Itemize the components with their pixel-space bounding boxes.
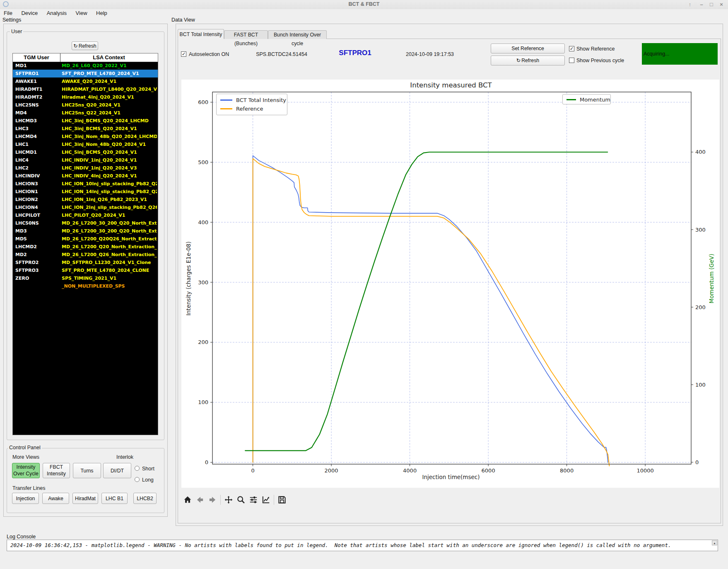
lhcb2-button[interactable]: LHCB2 (133, 493, 157, 504)
tick-label: 500 (198, 159, 208, 165)
intensity-over-cycle-button[interactable]: Intensity Over Cycle (12, 463, 40, 478)
table-row[interactable]: LHCMD1LHC_5inj_BCMS_Q20_2024_V1 (13, 148, 158, 156)
interlok-short-radio[interactable] (135, 466, 140, 471)
back-icon[interactable] (194, 494, 206, 506)
table-row[interactable]: LHC2LHC_INDIV_1inj_Q20_2024_V3 (13, 164, 158, 172)
reference-line (253, 159, 610, 466)
zoom-icon[interactable] (235, 494, 247, 506)
refresh-icon: ↻ (73, 43, 77, 49)
lsa-context-cell: _NON_MULTIPLEXED_SPS (62, 282, 157, 290)
table-row[interactable]: MD2MD_26_L7200_Q26_North_Extraction_2024… (13, 251, 158, 259)
lsa-context-cell: LHC_ION_10Inj_slip_stacking_Pb82_Q26_2..… (62, 180, 157, 188)
didt-button[interactable]: DI/DT (103, 463, 131, 478)
tick-label: 100 (695, 382, 706, 388)
table-row[interactable]: LHC25NSLHC25ns_Q20_2024_V1 (13, 101, 158, 109)
application-window: BCT & FBCT ↑ – □ × File Device Analysis … (0, 0, 728, 569)
table-row[interactable]: MD4LHC25ns_Q22_2024_V1 (13, 109, 158, 117)
save-icon[interactable] (276, 494, 288, 506)
tgm-user-cell: HIRADMT2 (15, 93, 59, 101)
set-reference-button[interactable]: Set Reference (491, 44, 565, 53)
lhc-b1-button[interactable]: LHC B1 (101, 493, 128, 504)
toolbar-separator (220, 495, 221, 505)
table-row[interactable]: LHC1LHC_3inj_Nom_48b_Q20_2024_V1 (13, 140, 158, 148)
table-row[interactable]: LHCMD2MD_26_L7200_Q20_North_Extraction_2… (13, 243, 158, 251)
legend-label-reference: Reference (236, 106, 263, 112)
tick-label: 300 (198, 279, 208, 286)
interlok-short-label: Short (142, 466, 154, 472)
table-row[interactable]: LHCION1LHC_ION_14Inj_slip_stacking_Pb82_… (13, 188, 158, 196)
fbct-intensity-button[interactable]: FBCT Intensity (43, 463, 70, 478)
minimize-icon[interactable]: – (697, 0, 706, 9)
bct-total-intensity-line (253, 156, 608, 462)
tgm-user-cell: LHC1 (15, 140, 59, 148)
tgm-user-cell (15, 282, 59, 290)
dataview-refresh-button[interactable]: ↻Refresh (491, 56, 565, 65)
table-row[interactable]: LHCINDIVLHC_INDIV_4Inj_Q20_2024_V1 (13, 172, 158, 180)
bct-line-swatch (220, 99, 232, 101)
table-row[interactable]: LHCMD3LHC_3inj_BCMS_Q20_2024_LHCMD (13, 117, 158, 125)
table-row[interactable]: LHC4LHC_INDIV_1inj_Q20_2024_V1 (13, 156, 158, 164)
turns-button[interactable]: Turns (73, 463, 101, 478)
home-icon[interactable] (181, 494, 194, 506)
tab-bunch-intensity-over-cycle[interactable]: Bunch Intensity Over cycle (268, 30, 327, 39)
tick-label: 400 (695, 149, 706, 155)
hiradmat-button[interactable]: HiradMat (72, 493, 98, 504)
table-row[interactable]: LHCPILOTLHC_PILOT_Q20_2024_V1 (13, 211, 158, 219)
awake-button[interactable]: Awake (42, 493, 69, 504)
table-row[interactable]: LHCION2LHC_ION_1Inj_Q26_Pb82_2023_V1 (13, 196, 158, 203)
table-row[interactable]: LHC3LHC_3inj_BCMS_Q20_2024_V1 (13, 125, 158, 133)
configure-subplots-icon[interactable] (247, 494, 260, 506)
close-icon[interactable]: × (716, 0, 726, 9)
table-row[interactable]: MD1MD_26_L60_Q20_2022_V1 (13, 62, 158, 70)
table-row[interactable]: LHCMD4LHC_3inj_Nom_48b_Q20_2024_LHCMD (13, 133, 158, 140)
menu-analysis[interactable]: Analysis (43, 9, 70, 16)
lsa-context-cell: LHC_ION_14Inj_slip_stacking_Pb82_Q26_2..… (62, 188, 157, 196)
show-reference-label: Show Reference (576, 46, 615, 52)
y-axis-label-left: Intensity (charges E1e-08) (185, 225, 192, 332)
table-row[interactable]: LHCION3LHC_ION_10Inj_slip_stacking_Pb82_… (13, 180, 158, 188)
injection-button[interactable]: Injection (12, 493, 39, 504)
menu-bar: File Device Analysis View Help (0, 9, 728, 17)
tgm-user-table[interactable]: TGM User LSA Context MD1MD_26_L60_Q20_20… (12, 53, 158, 435)
table-row[interactable]: LHC50NSMD_26_L7200_30_200_Q20_North_Extr… (13, 219, 158, 227)
show-previous-checkbox[interactable] (569, 58, 574, 63)
table-row[interactable]: _NON_MULTIPLEXED_SPS (13, 282, 158, 290)
table-row[interactable]: AWAKE1AWAKE_Q20_2024_V1 (13, 77, 158, 85)
dataview-dock-title: Data View (171, 17, 195, 23)
legend-label-bct: BCT Total Intensity (236, 97, 286, 103)
interlok-long-radio[interactable] (135, 477, 140, 482)
table-row[interactable]: SFTPRO3SFT_PRO_MTE_L4780_2024_CLONE (13, 266, 158, 274)
scroll-up-icon[interactable]: ▲ (712, 540, 717, 545)
pan-icon[interactable] (222, 494, 235, 506)
show-reference-checkbox[interactable]: ✓ (569, 46, 574, 51)
user-refresh-button[interactable]: ↻Refresh (72, 41, 98, 50)
table-row[interactable]: ZEROSPS_TIMING_2021_V1 (13, 274, 158, 282)
interlok-long-label: Long (142, 477, 154, 483)
table-row[interactable]: HIRADMT1HIRADMAT_PILOT_L8400_Q20_2024_V1 (13, 85, 158, 93)
edit-axis-icon[interactable] (260, 494, 272, 506)
forward-icon[interactable] (206, 494, 219, 506)
lsa-context-cell: LHC_INDIV_4Inj_Q20_2024_V1 (62, 172, 157, 180)
table-row[interactable]: HIRADMT2Hiradmat_4Inj_Q20_2024_V1 (13, 93, 158, 101)
table-row[interactable]: SFTPRO2MD_SFTPRO_L1230_2024_V1_Clone (13, 259, 158, 266)
log-console[interactable]: 2024-10-09 16:36:42,153 - matplotlib.leg… (7, 540, 718, 551)
tab-fast-bct-bunches[interactable]: FAST BCT (Bunches) (224, 30, 268, 39)
lsa-context-cell: SPS_TIMING_2021_V1 (62, 274, 157, 282)
menu-view[interactable]: View (72, 9, 91, 16)
keep-above-icon[interactable]: ↑ (685, 0, 695, 9)
autoselection-checkbox[interactable]: ✓ (181, 51, 186, 57)
menu-file[interactable]: File (0, 9, 16, 16)
tab-bct-total-intensity[interactable]: BCT Total Intensity (178, 29, 224, 39)
table-row[interactable]: MD3MD_26_L7200_30_200_Q20_North_Extracti… (13, 227, 158, 235)
reference-line-swatch (220, 108, 232, 109)
table-row[interactable]: SFTPRO1SFT_PRO_MTE_L4780_2024_V1 (13, 70, 158, 77)
menu-device[interactable]: Device (17, 9, 41, 16)
maximize-icon[interactable]: □ (706, 0, 716, 9)
menu-help[interactable]: Help (92, 9, 111, 16)
tgm-user-cell: SFTPRO2 (15, 259, 59, 266)
tgm-user-cell: LHCMD1 (15, 148, 59, 156)
table-row[interactable]: LHCION4LHC_ION_2Inj_slip_stacking_Pb82_Q… (13, 203, 158, 211)
legend-entry-momentum: Momentum (563, 95, 610, 104)
x-axis-label: Injection time(msec) (389, 474, 513, 480)
table-row[interactable]: MD5MD_26_L7200_Q20Q26_North_Extraction_2… (13, 235, 158, 243)
